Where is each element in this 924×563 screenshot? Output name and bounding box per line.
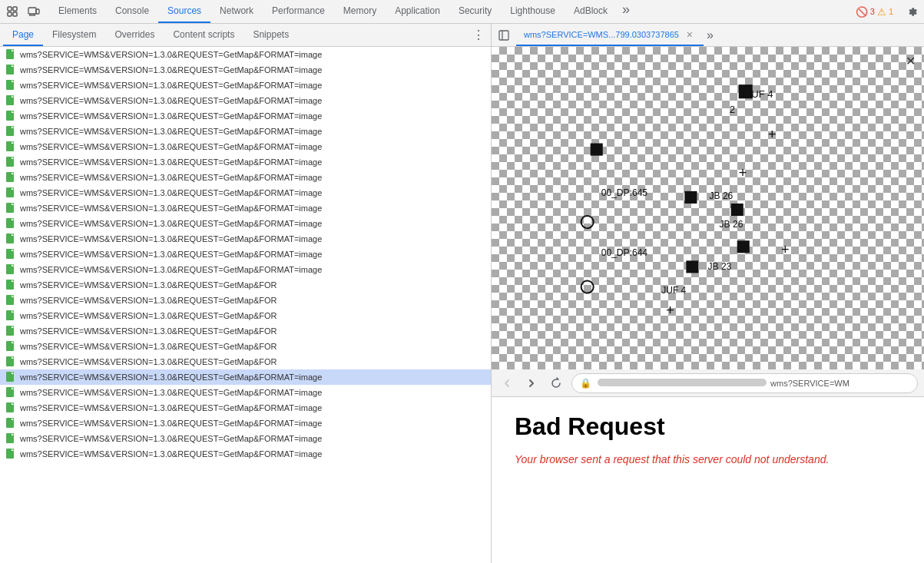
file-item[interactable]: wms?SERVICE=WMS&VERSION=1.3.0&REQUEST=Ge… bbox=[0, 293, 491, 308]
right-tab-wms[interactable]: wms?SERVICE=WMS...799.0303737865 × bbox=[516, 24, 704, 46]
subtab-filesystem[interactable]: Filesystem bbox=[43, 24, 105, 46]
tab-sources[interactable]: Sources bbox=[158, 0, 210, 23]
file-icon bbox=[6, 126, 17, 137]
file-item[interactable]: wms?SERVICE=WMS&VERSION=1.3.0&REQUEST=Ge… bbox=[0, 139, 491, 154]
file-item-label: wms?SERVICE=WMS&VERSION=1.3.0&REQUEST=Ge… bbox=[20, 265, 322, 274]
svg-rect-2 bbox=[8, 12, 12, 16]
file-item[interactable]: wms?SERVICE=WMS&VERSION=1.3.0&REQUEST=Ge… bbox=[0, 369, 491, 385]
file-icon bbox=[6, 264, 17, 275]
file-item[interactable]: wms?SERVICE=WMS&VERSION=1.3.0&REQUEST=Ge… bbox=[0, 108, 491, 124]
top-nav: Elements Console Sources Network Perform… bbox=[49, 0, 635, 23]
svg-rect-39 bbox=[591, 144, 603, 156]
close-preview-button[interactable]: ✕ bbox=[902, 53, 918, 68]
subtab-more-icon[interactable]: ⋮ bbox=[469, 26, 488, 45]
svg-text:00_DP:644: 00_DP:644 bbox=[601, 247, 648, 258]
svg-rect-1 bbox=[13, 7, 17, 11]
file-item[interactable]: wms?SERVICE=WMS&VERSION=1.3.0&REQUEST=Ge… bbox=[0, 416, 491, 431]
file-item-label: wms?SERVICE=WMS&VERSION=1.3.0&REQUEST=Ge… bbox=[20, 173, 322, 182]
file-item-label: wms?SERVICE=WMS&VERSION=1.3.0&REQUEST=Ge… bbox=[20, 296, 277, 305]
more-tabs-icon[interactable]: » bbox=[617, 0, 635, 18]
file-icon bbox=[6, 233, 17, 244]
file-item-label: wms?SERVICE=WMS&VERSION=1.3.0&REQUEST=Ge… bbox=[20, 96, 322, 105]
file-item[interactable]: wms?SERVICE=WMS&VERSION=1.3.0&REQUEST=Ge… bbox=[0, 154, 491, 170]
file-item[interactable]: wms?SERVICE=WMS&VERSION=1.3.0&REQUEST=Ge… bbox=[0, 231, 491, 247]
file-item[interactable]: wms?SERVICE=WMS&VERSION=1.3.0&REQUEST=Ge… bbox=[0, 262, 491, 277]
browser-bar: 🔒 wms?SERVICE=WM bbox=[492, 369, 924, 397]
settings-icon[interactable] bbox=[902, 2, 921, 21]
tab-performance[interactable]: Performance bbox=[263, 0, 334, 23]
file-item-label: wms?SERVICE=WMS&VERSION=1.3.0&REQUEST=Ge… bbox=[20, 449, 322, 459]
file-item[interactable]: wms?SERVICE=WMS&VERSION=1.3.0&REQUEST=Ge… bbox=[0, 400, 491, 416]
tab-security[interactable]: Security bbox=[449, 0, 501, 23]
file-item[interactable]: wms?SERVICE=WMS&VERSION=1.3.0&REQUEST=Ge… bbox=[0, 170, 491, 185]
tab-close-button[interactable]: × bbox=[684, 28, 696, 41]
file-list[interactable]: wms?SERVICE=WMS&VERSION=1.3.0&REQUEST=Ge… bbox=[0, 47, 491, 563]
subtab-content-scripts[interactable]: Content scripts bbox=[164, 24, 243, 46]
file-item-label: wms?SERVICE=WMS&VERSION=1.3.0&REQUEST=Ge… bbox=[20, 127, 322, 136]
file-item-label: wms?SERVICE=WMS&VERSION=1.3.0&REQUEST=Ge… bbox=[20, 403, 322, 412]
file-icon bbox=[6, 157, 17, 167]
tab-adblock[interactable]: AdBlock bbox=[565, 0, 617, 23]
file-item[interactable]: wms?SERVICE=WMS&VERSION=1.3.0&REQUEST=Ge… bbox=[0, 446, 491, 462]
file-item[interactable]: wms?SERVICE=WMS&VERSION=1.3.0&REQUEST=Ge… bbox=[0, 308, 491, 323]
svg-text:+: + bbox=[666, 303, 674, 318]
file-item[interactable]: wms?SERVICE=WMS&VERSION=1.3.0&REQUEST=Ge… bbox=[0, 47, 491, 62]
tab-elements[interactable]: Elements bbox=[49, 0, 106, 23]
error-badge[interactable]: 🚫 3 ⚠ 1 bbox=[851, 5, 898, 19]
file-item[interactable]: wms?SERVICE=WMS&VERSION=1.3.0&REQUEST=Ge… bbox=[0, 431, 491, 446]
subtab-page[interactable]: Page bbox=[3, 24, 43, 46]
file-item[interactable]: wms?SERVICE=WMS&VERSION=1.3.0&REQUEST=Ge… bbox=[0, 62, 491, 78]
address-bar[interactable]: 🔒 wms?SERVICE=WM bbox=[571, 373, 918, 393]
file-item[interactable]: wms?SERVICE=WMS&VERSION=1.3.0&REQUEST=Ge… bbox=[0, 385, 491, 400]
file-item[interactable]: wms?SERVICE=WMS&VERSION=1.3.0&REQUEST=Ge… bbox=[0, 354, 491, 369]
svg-rect-36 bbox=[499, 31, 508, 40]
file-item[interactable]: wms?SERVICE=WMS&VERSION=1.3.0&REQUEST=Ge… bbox=[0, 124, 491, 139]
file-item[interactable]: wms?SERVICE=WMS&VERSION=1.3.0&REQUEST=Ge… bbox=[0, 339, 491, 354]
subtab-snippets[interactable]: Snippets bbox=[243, 24, 298, 46]
tab-application[interactable]: Application bbox=[386, 0, 449, 23]
lock-icon: 🔒 bbox=[580, 378, 591, 389]
svg-text:JB 26: JB 26 bbox=[710, 190, 734, 201]
tab-lighthouse[interactable]: Lighthouse bbox=[501, 0, 565, 23]
file-icon bbox=[6, 95, 17, 106]
tab-network[interactable]: Network bbox=[210, 0, 263, 23]
file-item[interactable]: wms?SERVICE=WMS&VERSION=1.3.0&REQUEST=Ge… bbox=[0, 78, 491, 93]
file-item[interactable]: wms?SERVICE=WMS&VERSION=1.3.0&REQUEST=Ge… bbox=[0, 200, 491, 216]
toggle-panel-icon[interactable] bbox=[495, 26, 513, 45]
file-item-label: wms?SERVICE=WMS&VERSION=1.3.0&REQUEST=Ge… bbox=[20, 204, 322, 213]
svg-rect-43 bbox=[686, 260, 698, 273]
inspect-icon[interactable] bbox=[3, 2, 22, 21]
back-button[interactable] bbox=[498, 374, 516, 392]
tab-memory[interactable]: Memory bbox=[334, 0, 386, 23]
svg-text:+: + bbox=[781, 242, 790, 257]
file-item-label: wms?SERVICE=WMS&VERSION=1.3.0&REQUEST=Ge… bbox=[20, 81, 322, 90]
file-item-label: wms?SERVICE=WMS&VERSION=1.3.0&REQUEST=Ge… bbox=[20, 157, 322, 167]
file-icon bbox=[6, 65, 17, 75]
file-icon bbox=[6, 218, 17, 229]
tab-console[interactable]: Console bbox=[106, 0, 158, 23]
device-toggle-icon[interactable] bbox=[25, 2, 43, 21]
file-item[interactable]: wms?SERVICE=WMS&VERSION=1.3.0&REQUEST=Ge… bbox=[0, 323, 491, 339]
file-icon bbox=[6, 326, 17, 336]
more-tabs-button[interactable]: » bbox=[707, 28, 714, 42]
file-item[interactable]: wms?SERVICE=WMS&VERSION=1.3.0&REQUEST=Ge… bbox=[0, 216, 491, 231]
subtab-overrides[interactable]: Overrides bbox=[105, 24, 164, 46]
forward-button[interactable] bbox=[522, 374, 541, 392]
file-icon bbox=[6, 402, 17, 413]
sub-tabs: Page Filesystem Overrides Content script… bbox=[0, 24, 491, 47]
file-item-label: wms?SERVICE=WMS&VERSION=1.3.0&REQUEST=Ge… bbox=[20, 342, 277, 351]
file-item[interactable]: wms?SERVICE=WMS&VERSION=1.3.0&REQUEST=Ge… bbox=[0, 93, 491, 108]
file-item[interactable]: wms?SERVICE=WMS&VERSION=1.3.0&REQUEST=Ge… bbox=[0, 247, 491, 262]
file-icon bbox=[6, 418, 17, 429]
file-icon bbox=[6, 356, 17, 367]
file-item[interactable]: wms?SERVICE=WMS&VERSION=1.3.0&REQUEST=Ge… bbox=[0, 185, 491, 200]
file-icon bbox=[6, 49, 17, 60]
file-item-label: wms?SERVICE=WMS&VERSION=1.3.0&REQUEST=Ge… bbox=[20, 419, 322, 428]
file-item-label: wms?SERVICE=WMS&VERSION=1.3.0&REQUEST=Ge… bbox=[20, 188, 322, 197]
svg-rect-4 bbox=[28, 8, 36, 14]
refresh-button[interactable] bbox=[547, 374, 565, 392]
file-item[interactable]: wms?SERVICE=WMS&VERSION=1.3.0&REQUEST=Ge… bbox=[0, 277, 491, 293]
file-item-label: wms?SERVICE=WMS&VERSION=1.3.0&REQUEST=Ge… bbox=[20, 280, 277, 290]
main-content: Page Filesystem Overrides Content script… bbox=[0, 24, 924, 563]
file-item-label: wms?SERVICE=WMS&VERSION=1.3.0&REQUEST=Ge… bbox=[20, 434, 322, 443]
